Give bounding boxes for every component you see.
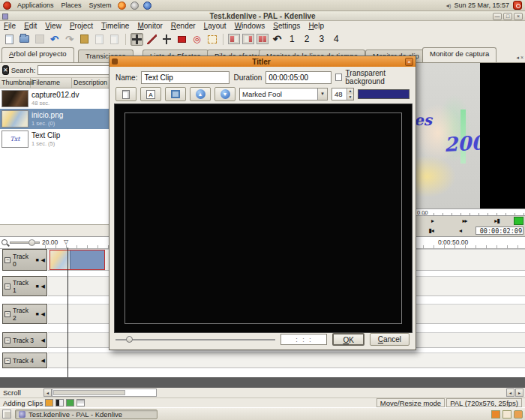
menu-windows[interactable]: Windows [235, 22, 266, 30]
video-indicator-icon[interactable]: ■ [35, 284, 38, 289]
big-undo-icon[interactable]: ↶ [271, 33, 284, 46]
menu-file[interactable]: File [4, 22, 16, 30]
fast-forward-icon[interactable]: ▸▸ [449, 218, 480, 224]
workspace-1-icon[interactable] [491, 410, 500, 418]
speaker-icon[interactable]: ◄) [445, 3, 450, 8]
timeline-clip-color[interactable] [70, 250, 104, 269]
window-titlebar[interactable]: Test.kdenlive - PAL - Kdenlive — □ × [0, 11, 525, 21]
cut-icon[interactable] [93, 33, 106, 46]
spin-up-icon[interactable]: ▲ [347, 88, 353, 94]
copy-icon[interactable] [108, 33, 121, 46]
redo-icon[interactable]: ↷ [63, 33, 76, 46]
collapse-track-icon[interactable]: − [4, 338, 10, 344]
track-1-header[interactable]: − Track 1 ■ ◀ [2, 276, 47, 296]
horizontal-scrollbar[interactable] [52, 388, 157, 397]
track-3-header[interactable]: − Track 3 ◀ [2, 332, 47, 348]
record-status-square[interactable] [514, 217, 524, 225]
tab-project-tree[interactable]: Arbol del proyecto [2, 47, 74, 62]
paste-icon[interactable] [78, 33, 91, 46]
search-clear-icon[interactable]: ✕ [2, 65, 9, 75]
audio-indicator-icon[interactable]: ◀ [41, 284, 45, 290]
places-menu[interactable]: Places [60, 2, 83, 9]
play-backward-icon[interactable]: ◂ [446, 227, 474, 234]
menu-help[interactable]: Help [308, 22, 324, 30]
firefox-icon[interactable] [118, 2, 126, 10]
dock-controls-icon[interactable]: ◂ × [516, 55, 524, 61]
font-select[interactable]: Marked Fool ▾ [239, 88, 328, 100]
new-document-icon[interactable] [3, 33, 16, 46]
preview-slider-thumb[interactable] [126, 336, 133, 343]
dialog-titlebar[interactable]: Titler × [110, 56, 416, 67]
column-thumbnail[interactable]: Thumbnail [0, 78, 31, 88]
list-item[interactable]: capture012.dv 48 sec. [0, 88, 109, 109]
spin-down-icon[interactable]: ▼ [347, 94, 353, 100]
monitor-ruler[interactable]: 0.00 [416, 208, 525, 216]
save-icon[interactable] [33, 33, 46, 46]
maximize-button[interactable]: □ [503, 13, 512, 20]
razor-tool-icon[interactable] [146, 33, 158, 46]
duration-field[interactable] [266, 71, 332, 84]
razor-tool-status-icon[interactable] [56, 399, 64, 406]
cancel-button[interactable]: Cancel [370, 333, 410, 346]
minimize-button[interactable]: — [493, 13, 502, 20]
text-tool-button[interactable]: A [140, 87, 161, 101]
window-list-icon[interactable] [2, 410, 11, 418]
menu-monitor[interactable]: Monitor [137, 22, 162, 30]
go-to-start-icon[interactable]: ▮◂ [417, 227, 445, 234]
layout-3-icon[interactable] [256, 34, 268, 44]
layout-button-4[interactable]: 4 [330, 34, 343, 44]
close-button[interactable]: × [514, 13, 523, 20]
select-tool-status-icon[interactable] [45, 399, 53, 406]
timeline-clip-group[interactable] [50, 250, 105, 270]
ok-button[interactable]: OK [332, 333, 364, 346]
layout-button-1[interactable]: 1 [286, 34, 298, 44]
audio-indicator-icon[interactable]: ◀ [41, 311, 45, 317]
audio-indicator-icon[interactable]: ◀ [41, 358, 45, 364]
dialog-timecode-field[interactable]: : : : [280, 334, 327, 345]
zoom-slider[interactable] [10, 242, 40, 244]
trash-applet-icon[interactable] [514, 410, 523, 418]
lower-object-button[interactable]: ▼ [214, 87, 236, 101]
help-icon[interactable] [143, 2, 152, 10]
list-item[interactable]: Txt Text Clip 1 sec. (5) [0, 129, 109, 149]
menu-layout[interactable]: Layout [204, 22, 226, 30]
menu-render[interactable]: Render [171, 22, 196, 30]
video-indicator-icon[interactable]: ■ [35, 257, 38, 262]
text-color-swatch[interactable] [358, 89, 410, 99]
font-size-spinner[interactable]: 48 ▲ ▼ [332, 88, 354, 100]
list-item-selected[interactable]: inicio.png 1 sec. (0) [0, 109, 109, 129]
go-to-end-icon[interactable]: ▸▮ [482, 218, 512, 224]
power-button[interactable] [513, 1, 522, 10]
play-forward-icon[interactable]: ▸ [417, 218, 448, 224]
video-indicator-icon[interactable]: ■ [35, 311, 38, 316]
scrollbar-thumb[interactable] [53, 390, 125, 395]
open-project-icon[interactable] [18, 33, 31, 46]
workspace-2-icon[interactable] [502, 410, 512, 418]
track-4-header[interactable]: − Track 4 ◀ [2, 352, 47, 368]
menu-view[interactable]: View [45, 22, 62, 30]
layout-1-icon[interactable] [228, 34, 240, 44]
background-button[interactable] [116, 87, 136, 101]
audio-indicator-icon[interactable]: ◀ [41, 257, 45, 263]
record-icon[interactable] [176, 33, 188, 46]
menu-settings[interactable]: Settings [273, 22, 300, 30]
zoom-slider-thumb[interactable] [28, 239, 35, 246]
name-field[interactable] [141, 71, 230, 84]
scroll-right-icon[interactable]: ▸ [515, 388, 524, 397]
chevron-down-icon[interactable]: ▾ [317, 88, 327, 100]
audio-indicator-icon[interactable]: ◀ [41, 338, 45, 344]
tab-capture-monitor[interactable]: Monitor de captura [422, 47, 496, 62]
screenshot-icon[interactable] [130, 2, 139, 10]
system-menu[interactable]: System [88, 2, 113, 9]
selection-icon[interactable] [206, 33, 218, 46]
column-filename[interactable]: Filename [31, 78, 72, 88]
track-0-header[interactable]: − Track 0 ■ ◀ [2, 249, 47, 271]
layout-button-2[interactable]: 2 [301, 34, 314, 44]
scroll-left-icon[interactable]: ◂ [44, 388, 52, 397]
menu-timeline[interactable]: Timeline [101, 22, 129, 30]
monitor-timecode[interactable]: 00:00:02:09 [476, 226, 524, 235]
collapse-track-icon[interactable]: − [4, 358, 10, 364]
track-4-lane[interactable] [48, 352, 525, 368]
raise-object-button[interactable]: ▲ [190, 87, 211, 101]
column-description[interactable]: Description [72, 78, 109, 88]
